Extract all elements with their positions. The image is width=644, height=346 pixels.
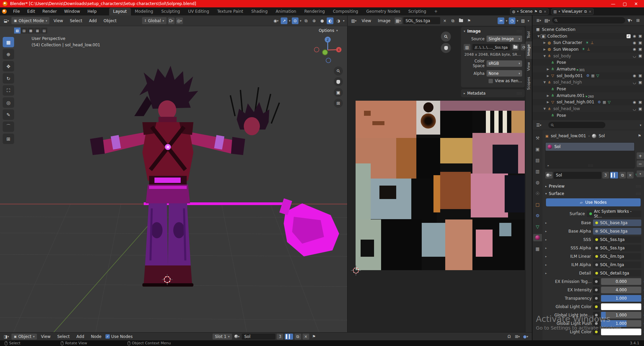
close-icon[interactable]: ×	[589, 9, 592, 14]
tab-rendering[interactable]: Rendering	[300, 8, 329, 15]
filter-icon[interactable]: ▼▾	[627, 17, 633, 24]
tab-view[interactable]: View	[525, 59, 532, 74]
shader-menu-add[interactable]: Add	[74, 334, 87, 340]
slot-specials-button[interactable]: ▾	[637, 170, 644, 177]
minimize-button[interactable]: —	[611, 1, 615, 6]
panel-grip[interactable]: ::::	[636, 192, 641, 195]
use-nodes-button[interactable]: ▱ Use Nodes	[546, 198, 641, 206]
cursor-tool[interactable]: ⊕	[3, 49, 14, 59]
panel-grip[interactable]: ::::	[517, 30, 522, 33]
menu-file[interactable]: File	[9, 9, 24, 14]
material-name-field[interactable]: Sol	[242, 334, 275, 340]
expand-icon[interactable]: ▸	[545, 221, 549, 225]
editor-type-icon[interactable]: ☰▾	[535, 122, 542, 129]
hide-icon[interactable]: ◉	[633, 73, 636, 78]
unlink-image-icon[interactable]: ×	[442, 17, 448, 24]
preview-panel-header[interactable]: Preview	[549, 184, 565, 189]
expand-icon[interactable]: ▸	[545, 255, 549, 258]
select-mode-button[interactable]: ▤	[41, 28, 47, 34]
hide-icon[interactable]: ◉	[633, 100, 636, 104]
tab-world[interactable]: ☉	[533, 190, 542, 197]
menu-render[interactable]: Render	[39, 9, 60, 14]
source-dropdown[interactable]: Single Image▾	[487, 36, 522, 42]
texture-value-field[interactable]: SOL_ilm.tga	[593, 253, 641, 260]
zoom-nav-button[interactable]: ⚲	[441, 32, 451, 42]
viewport-menu-add[interactable]: Add	[86, 18, 99, 24]
show-selectability-icon[interactable]: ◉▾	[272, 17, 279, 24]
expand-icon[interactable]: ▸	[545, 246, 549, 250]
tab-tool[interactable]: Tool	[525, 28, 532, 41]
viewport-canvas[interactable]	[0, 15, 347, 332]
shader-type-dropdown[interactable]: ▣Object▾	[11, 334, 37, 340]
sun-data-icon[interactable]: ☀	[586, 41, 589, 45]
expand-icon[interactable]: ▸	[545, 238, 549, 241]
material-name-field[interactable]: Sol	[554, 172, 601, 179]
move-tool[interactable]: ✥	[3, 61, 14, 71]
image-datablock-icon[interactable]: ▨	[464, 44, 470, 50]
disclosure-icon[interactable]: ▼	[537, 35, 541, 38]
tweak-tool-button[interactable]: ▧	[14, 28, 20, 34]
breadcrumb-object[interactable]: sol_head_low.001	[551, 134, 586, 138]
breadcrumb-material[interactable]: Sol	[599, 134, 605, 138]
copy-material-icon[interactable]: ⧉	[619, 172, 626, 179]
disable-render-icon[interactable]: ▣	[639, 54, 642, 58]
disable-render-icon[interactable]: ▣	[639, 41, 642, 45]
outliner-row-armature[interactable]: ▶ ⋔ Armature 301	[533, 66, 644, 72]
tab-modifiers[interactable]: ⚙	[533, 212, 542, 219]
mesh-data-icon[interactable]: ▽	[608, 100, 610, 104]
outliner-row-sun-character[interactable]: ▶ ◍ Sun Character ☀⊥ ◉▣	[533, 39, 644, 46]
color-swatch[interactable]	[601, 303, 641, 310]
disclosure-icon[interactable]: ▶	[546, 100, 550, 104]
tab-modeling[interactable]: Modeling	[131, 8, 157, 15]
browse-material-icon[interactable]: ▾	[233, 333, 241, 340]
display-channels-icon[interactable]: ◷	[509, 17, 515, 24]
sun-data-icon[interactable]: ☀	[582, 47, 585, 51]
collapse-icon[interactable]: ▾	[545, 192, 547, 195]
overlays-dropdown-chevron[interactable]: ▾	[300, 19, 302, 22]
proportional-editing-icon[interactable]: ◎▾	[176, 17, 183, 24]
tab-layout[interactable]: Layout	[109, 8, 131, 15]
tab-object-data[interactable]: ▽	[533, 223, 542, 230]
shading-wireframe-icon[interactable]: ⊕	[311, 17, 317, 24]
navigation-gizmo[interactable]: Z X	[308, 34, 345, 66]
texture-value-field[interactable]: SOL_Sss.tga	[593, 236, 641, 243]
snap-icon[interactable]: Ω	[506, 333, 512, 340]
empty-axes-icon[interactable]: ⊥	[587, 47, 590, 51]
vertex-group-icon[interactable]: ▦	[603, 100, 606, 104]
hidden-eye-icon[interactable]: ◡	[633, 54, 636, 58]
new-image-icon[interactable]: ⧉	[450, 17, 456, 24]
image-menu-view[interactable]: View	[359, 18, 374, 24]
outliner-row-sun-weapon[interactable]: ▶ ◍ Sun Weapon ☀⊥ ◉▣	[533, 46, 644, 53]
editor-type-icon[interactable]: ⬓▾	[3, 17, 10, 24]
display-mode-icon[interactable]: ▤▾	[544, 17, 551, 24]
shading-dropdown-chevron[interactable]: ▾	[343, 19, 344, 22]
users-count-button[interactable]: 3	[602, 172, 609, 179]
list-resize-grip[interactable]: ::::	[588, 164, 593, 167]
remove-slot-button[interactable]: −	[637, 160, 644, 167]
scale-tool[interactable]: ⛶	[3, 85, 14, 96]
disclosure-icon[interactable]: ▶	[543, 41, 547, 44]
expand-icon[interactable]: ▸	[464, 92, 465, 95]
toggle-xray-icon[interactable]: ⧉	[303, 17, 309, 24]
disable-render-icon[interactable]: ▣	[639, 73, 642, 78]
box-select-button[interactable]: ▨	[21, 28, 27, 34]
unlink-material-icon[interactable]: ×	[303, 334, 309, 340]
modifier-wrench-icon[interactable]: ⚙	[586, 73, 590, 78]
shader-menu-node[interactable]: Node	[88, 334, 104, 340]
input-socket-icon[interactable]	[593, 287, 600, 293]
outliner[interactable]: ≣▾ ▤▾ ⚲ ▼▾ ⊞ ▦ Scene Collection ▼ ▦ Coll…	[532, 15, 644, 120]
image-name-field[interactable]: SOL_Sss.tga	[403, 17, 440, 24]
show-gizmo-icon[interactable]: ↗	[281, 17, 287, 24]
texture-value-field[interactable]: SOL_detail.tga	[593, 270, 641, 277]
fake-user-icon[interactable]: ▍▎	[285, 334, 293, 340]
gizmo-dropdown-chevron[interactable]: ▾	[289, 19, 290, 22]
properties-search-input[interactable]: ⚲	[548, 122, 605, 128]
tab-view-layer[interactable]: ▥	[533, 167, 542, 175]
input-socket-icon[interactable]	[593, 320, 600, 327]
menu-window[interactable]: Window	[60, 9, 84, 14]
uv-select-sync-icon[interactable]: ✂	[498, 17, 504, 24]
slot-dropdown[interactable]: Slot 1▾	[213, 334, 232, 340]
copy-icon[interactable]: ⧉	[584, 9, 587, 14]
mesh-data-icon[interactable]: ▽	[596, 73, 599, 78]
pan-nav-button[interactable]	[441, 43, 451, 53]
